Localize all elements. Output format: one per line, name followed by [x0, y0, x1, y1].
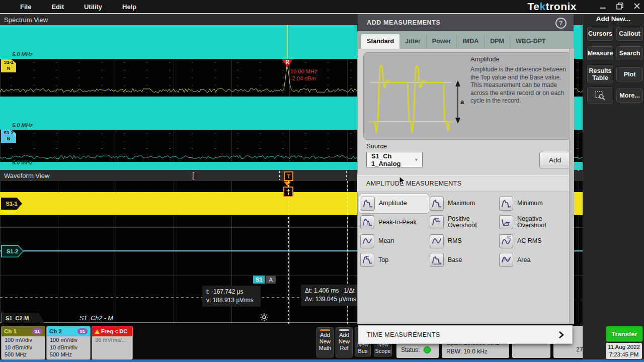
ch2-name: Ch 2: [49, 328, 62, 334]
tektronix-logo: Tektronix: [528, 1, 577, 13]
menu-utility[interactable]: Utility: [84, 3, 102, 11]
tab-dpm[interactable]: DPM: [485, 34, 510, 49]
amplitude-measurements-header[interactable]: AMPLITUDE MEASUREMENTS: [357, 175, 574, 192]
panel-splitter[interactable]: [574, 14, 583, 362]
help-icon[interactable]: ?: [555, 18, 567, 29]
waveform-tab-s1-ch2-m[interactable]: S1_Ch2 - M: [79, 315, 113, 322]
dialog-title: ADD MEASUREMENTS: [367, 19, 440, 26]
results-table-button[interactable]: Results Table: [587, 64, 614, 84]
zoom-box-icon: [594, 90, 606, 101]
measure-button[interactable]: Measure: [587, 46, 614, 61]
cursor-a-line[interactable]: [288, 181, 289, 324]
restore-icon[interactable]: [616, 2, 624, 10]
sine-waveform-icon[interactable]: [430, 234, 444, 248]
time-measurements-header[interactable]: TIME MEASUREMENTS: [358, 325, 573, 344]
dialog-title-bar[interactable]: ADD MEASUREMENTS ?: [357, 14, 574, 31]
menu-edit[interactable]: Edit: [51, 3, 64, 11]
measurement-top[interactable]: Top: [359, 251, 429, 270]
oscilloscope-app: File Edit Utility Help Tektronix Spectru…: [0, 0, 644, 362]
area-waveform-icon[interactable]: [499, 253, 513, 267]
cursor-handle-icon[interactable]: [260, 313, 269, 322]
measurement-area[interactable]: Area: [498, 251, 568, 270]
measurement-minimum[interactable]: Minimum: [498, 194, 568, 213]
add-new-math-button[interactable]: Add New Math: [316, 327, 334, 358]
nav-bracket[interactable]: [: [192, 171, 194, 179]
measurement-amplitude[interactable]: Amplitude: [359, 194, 429, 213]
more-button[interactable]: More...: [616, 88, 643, 103]
dialog-scrollbar[interactable]: [569, 49, 574, 324]
measurement-maximum[interactable]: Maximum: [429, 194, 498, 213]
cursors-button[interactable]: Cursors: [587, 26, 614, 41]
trigger-arrow-icon[interactable]: [284, 182, 291, 186]
plot-button[interactable]: Plot: [616, 67, 643, 82]
callout-button[interactable]: Callout: [616, 26, 643, 41]
measurement-negative-overshoot[interactable]: Negative Overshoot: [498, 213, 568, 232]
measurement-peak-to-peak[interactable]: Peak-to-Peak: [359, 213, 429, 232]
tab-power[interactable]: Power: [427, 34, 457, 49]
measurement-rms[interactable]: RMS: [429, 232, 498, 251]
close-icon[interactable]: [633, 2, 641, 10]
add-new-title: Add New...: [583, 15, 644, 23]
time-measurements-label: TIME MEASUREMENTS: [367, 331, 440, 338]
tab-jitter[interactable]: Jitter: [399, 34, 427, 49]
waveform-baseline: [0, 322, 357, 323]
measurement-base[interactable]: Base: [429, 251, 498, 270]
waveform-tab-s1-c2-m[interactable]: S1_C2-M: [1, 313, 44, 323]
nav-cursor-tick: [346, 171, 347, 180]
menu-help[interactable]: Help: [122, 3, 136, 11]
rf-marker-line[interactable]: [287, 25, 288, 59]
minimize-icon[interactable]: [599, 2, 607, 10]
spectrum-view-label: Spectrum View: [4, 16, 48, 24]
marker-readout: 10.00 MHz-2.04 dBm: [290, 68, 317, 82]
scale-label: 5.0 MHz: [12, 51, 33, 57]
scale-label: 5.0 MHz: [12, 122, 33, 128]
description-body: Amplitude is the difference between the …: [470, 66, 569, 105]
warning-badge[interactable]: Freq < DC 36 mVrms/...: [92, 326, 133, 360]
pulse-waveform-icon[interactable]: [499, 197, 513, 211]
pulse-waveform-icon[interactable]: [360, 215, 374, 229]
measurement-mean[interactable]: Mean: [359, 232, 429, 251]
pulse-waveform-icon[interactable]: [361, 197, 375, 211]
cursor-a-badge: A: [266, 276, 275, 284]
chevron-down-icon: ▼: [414, 157, 419, 162]
svg-text:AC: AC: [507, 236, 511, 239]
pulse-waveform-icon[interactable]: [430, 253, 444, 267]
pulse-waveform-icon[interactable]: [360, 253, 374, 267]
overshoot-down-icon[interactable]: [499, 215, 513, 229]
search-button[interactable]: Search: [616, 46, 643, 61]
tab-imda[interactable]: IMDA: [457, 34, 485, 49]
nav-trigger-icon[interactable]: T: [284, 171, 293, 181]
scale-label: 5.0 MHz: [12, 159, 33, 165]
cursor-a-readout: t: -167.742 µsv: 188.913 µVrms: [202, 286, 261, 307]
bottom-accent-line: [0, 359, 644, 362]
ch2-s1-tag: S1: [77, 328, 88, 334]
mouse-cursor-icon: [399, 176, 406, 186]
overshoot-up-icon[interactable]: [430, 215, 444, 229]
warning-label: Freq < DC: [101, 328, 127, 334]
channel-badge-ch2[interactable]: Ch 2 S1 100 mV/div 10 dBm/div 500 MHz: [46, 326, 91, 360]
add-new-ref-button[interactable]: Add New Ref: [335, 327, 353, 358]
menu-bar: File Edit Utility Help Tektronix: [0, 0, 644, 13]
measurement-ac-rms[interactable]: AC AC RMS: [498, 232, 568, 251]
transfer-button[interactable]: Transfer: [606, 326, 643, 342]
chevron-right-icon: [558, 331, 564, 339]
ac-sine-icon[interactable]: AC: [499, 234, 513, 248]
menu-file[interactable]: File: [20, 3, 31, 11]
tab-wbg-dpt[interactable]: WBG-DPT: [510, 34, 551, 49]
splitter-handle-icon[interactable]: [574, 162, 583, 171]
cursor-badge[interactable]: S1 A: [253, 276, 276, 284]
source-dropdown[interactable]: S1_Ch 1_Analog ▼: [366, 152, 423, 167]
datetime-box[interactable]: 11 Aug 20227:23:45 PM: [606, 343, 642, 359]
channel-badge-ch1[interactable]: Ch 1 S1 100 mV/div 10 dBm/div 500 MHz: [1, 326, 45, 360]
add-button[interactable]: Add: [539, 152, 571, 168]
dialog-tab-strip: Standard Jitter Power IMDA DPM WBG-DPT: [357, 31, 574, 49]
ch1-s1-tag: S1: [32, 328, 42, 334]
zoom-button[interactable]: [587, 86, 614, 104]
cursor-source-badge: S1: [253, 276, 265, 284]
cursor-delta-readout: Δt: 1.406 ms 1/Δt Δv: 139.045 µVrms: [301, 285, 361, 306]
pulse-waveform-icon[interactable]: [430, 197, 444, 211]
tab-standard[interactable]: Standard: [361, 34, 399, 49]
sine-waveform-icon[interactable]: [360, 234, 374, 248]
measurement-positive-overshoot[interactable]: Positive Overshoot: [429, 213, 498, 232]
status-box: Status:: [396, 342, 439, 358]
